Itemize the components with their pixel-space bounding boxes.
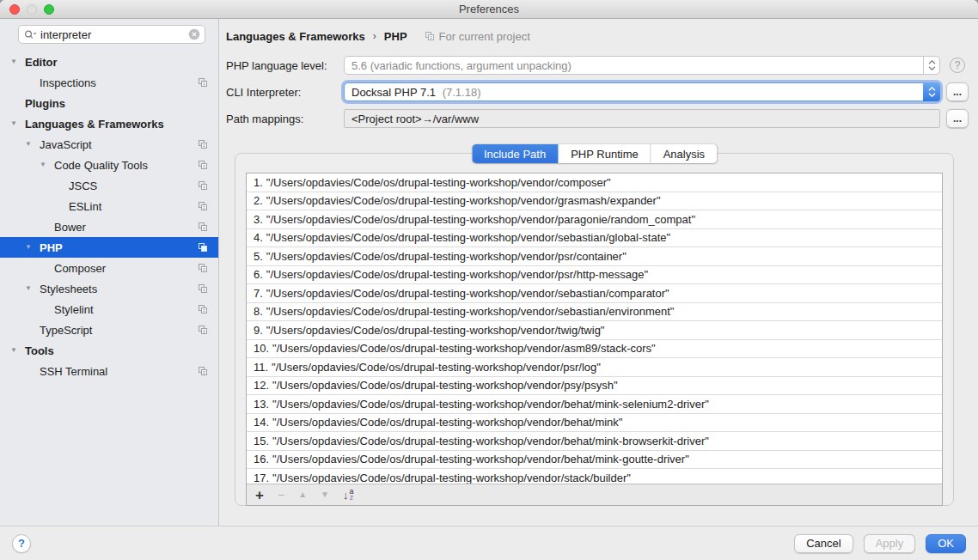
sidebar-item-label: Languages & Frameworks — [25, 118, 164, 131]
dropdown-stepper-icon[interactable] — [923, 57, 939, 74]
expand-arrow-icon[interactable]: ▼ — [25, 141, 40, 148]
language-level-row: PHP language level: 5.6 (variadic functi… — [226, 56, 978, 75]
breadcrumb-section[interactable]: Languages & Frameworks — [226, 30, 365, 43]
apply-button[interactable]: Apply — [864, 534, 916, 553]
row-path: "/Users/opdavies/Code/os/drupal-testing-… — [266, 287, 669, 300]
sidebar-item-javascript[interactable]: ▼JavaScript — [0, 134, 218, 155]
include-path-row[interactable]: 10."/Users/opdavies/Code/os/drupal-testi… — [247, 340, 942, 359]
sidebar-item-bower[interactable]: Bower — [0, 216, 218, 237]
sidebar-item-ssh-terminal[interactable]: SSH Terminal — [0, 361, 218, 381]
tab-php-runtime[interactable]: PHP Runtime — [559, 144, 651, 163]
expand-arrow-icon[interactable]: ▼ — [25, 244, 40, 251]
settings-search-box[interactable] — [18, 25, 205, 44]
row-number: 17. — [254, 472, 269, 484]
expand-arrow-icon[interactable]: ▼ — [10, 347, 25, 354]
settings-main: Languages & Frameworks › PHP For current… — [219, 19, 978, 526]
path-mappings-browse-button[interactable]: ... — [946, 109, 969, 128]
sidebar-item-label: SSH Terminal — [40, 365, 107, 378]
include-path-row[interactable]: 1."/Users/opdavies/Code/os/drupal-testin… — [247, 173, 942, 192]
sidebar-item-php[interactable]: ▼PHP — [0, 237, 218, 258]
row-path: "/Users/opdavies/Code/os/drupal-testing-… — [266, 176, 611, 189]
minimize-window-button[interactable] — [27, 4, 37, 15]
sidebar-item-tools[interactable]: ▼Tools — [0, 340, 218, 361]
search-input[interactable] — [40, 28, 185, 41]
include-path-row[interactable]: 14."/Users/opdavies/Code/os/drupal-testi… — [247, 414, 942, 433]
expand-arrow-icon[interactable]: ▼ — [10, 58, 25, 65]
sidebar-item-label: JavaScript — [40, 138, 92, 151]
include-path-row[interactable]: 17."/Users/opdavies/Code/os/drupal-testi… — [247, 469, 942, 484]
sidebar-item-eslint[interactable]: ESLint — [0, 196, 218, 216]
include-path-row[interactable]: 2."/Users/opdavies/Code/os/drupal-testin… — [247, 192, 942, 211]
preferences-window: Preferences ▼EditorInspectionsPlugins▼La… — [0, 0, 978, 560]
sidebar-item-label: Tools — [25, 344, 54, 357]
sidebar-item-languages-frameworks[interactable]: ▼Languages & Frameworks — [0, 113, 218, 134]
sidebar-item-editor[interactable]: ▼Editor — [0, 52, 218, 72]
row-number: 11. — [254, 361, 268, 374]
remove-path-button[interactable]: − — [278, 489, 284, 501]
include-path-row[interactable]: 12."/Users/opdavies/Code/os/drupal-testi… — [247, 377, 942, 396]
include-path-row[interactable]: 13."/Users/opdavies/Code/os/drupal-testi… — [247, 395, 942, 414]
sidebar-item-code-quality-tools[interactable]: ▼Code Quality Tools — [0, 155, 218, 175]
sidebar-item-label: Editor — [25, 56, 58, 69]
dropdown-stepper-icon[interactable] — [923, 82, 940, 101]
language-level-help-button[interactable]: ? — [950, 58, 965, 73]
include-path-row[interactable]: 11."/Users/opdavies/Code/os/drupal-testi… — [247, 358, 942, 377]
zoom-window-button[interactable] — [44, 4, 54, 15]
row-number: 13. — [254, 398, 269, 411]
row-number: 7. — [254, 287, 263, 300]
sidebar-item-inspections[interactable]: Inspections — [0, 72, 218, 93]
interpreter-browse-button[interactable]: ... — [946, 82, 969, 101]
clear-search-icon[interactable] — [188, 28, 200, 40]
include-path-row[interactable]: 9."/Users/opdavies/Code/os/drupal-testin… — [247, 321, 942, 340]
sidebar-item-label: JSCS — [69, 180, 97, 192]
include-path-list: 1."/Users/opdavies/Code/os/drupal-testin… — [247, 173, 942, 484]
sort-alphabetically-icon[interactable]: ↓ a z — [343, 489, 354, 501]
shared-settings-icon — [198, 160, 208, 170]
include-path-row[interactable]: 15."/Users/opdavies/Code/os/drupal-testi… — [247, 432, 942, 451]
language-level-select[interactable]: 5.6 (variadic functions, argument unpack… — [344, 56, 940, 75]
row-number: 8. — [254, 305, 263, 318]
expand-arrow-icon[interactable]: ▼ — [40, 161, 54, 168]
row-number: 2. — [254, 194, 263, 207]
sidebar-item-composer[interactable]: Composer — [0, 258, 218, 278]
shared-settings-icon — [198, 242, 208, 253]
move-up-button[interactable]: ▲ — [298, 490, 307, 499]
sidebar-item-stylelint[interactable]: Stylelint — [0, 299, 218, 320]
shared-settings-icon — [198, 201, 208, 211]
list-toolbar: + − ▲ ▼ ↓ a z — [247, 484, 942, 505]
cancel-button[interactable]: Cancel — [794, 534, 853, 553]
sidebar-item-label: Inspections — [40, 76, 96, 89]
sidebar-item-label: Bower — [54, 221, 86, 234]
expand-arrow-icon[interactable]: ▼ — [25, 285, 40, 292]
row-path: "/Users/opdavies/Code/os/drupal-testing-… — [272, 361, 601, 374]
include-path-row[interactable]: 4."/Users/opdavies/Code/os/drupal-testin… — [247, 229, 942, 248]
sidebar-item-stylesheets[interactable]: ▼Stylesheets — [0, 278, 218, 299]
close-window-button[interactable] — [9, 4, 20, 15]
include-path-row[interactable]: 6."/Users/opdavies/Code/os/drupal-testin… — [247, 266, 942, 285]
search-icon — [24, 29, 37, 40]
move-down-button[interactable]: ▼ — [321, 490, 329, 499]
sidebar-item-label: Stylelint — [54, 303, 94, 316]
include-path-row[interactable]: 8."/Users/opdavies/Code/os/drupal-testin… — [247, 303, 942, 322]
include-path-row[interactable]: 16."/Users/opdavies/Code/os/drupal-testi… — [247, 451, 942, 470]
expand-arrow-icon[interactable]: ▼ — [10, 120, 25, 127]
sidebar-item-plugins[interactable]: Plugins — [0, 93, 218, 113]
cli-interpreter-select[interactable]: Docksal PHP 7.1 (7.1.18) — [344, 82, 940, 101]
sidebar-item-jscs[interactable]: JSCS — [0, 175, 218, 196]
row-number: 1. — [254, 176, 263, 189]
tab-include-path[interactable]: Include Path — [472, 144, 559, 163]
row-number: 15. — [254, 435, 269, 447]
row-path: "/Users/opdavies/Code/os/drupal-testing-… — [266, 250, 627, 263]
include-path-row[interactable]: 7."/Users/opdavies/Code/os/drupal-testin… — [247, 284, 942, 303]
help-button[interactable]: ? — [12, 534, 31, 553]
sidebar-item-label: Code Quality Tools — [54, 159, 148, 172]
tab-analysis[interactable]: Analysis — [651, 144, 717, 163]
sidebar-item-typescript[interactable]: TypeScript — [0, 320, 218, 340]
include-path-row[interactable]: 3."/Users/opdavies/Code/os/drupal-testin… — [247, 210, 942, 229]
include-path-row[interactable]: 5."/Users/opdavies/Code/os/drupal-testin… — [247, 247, 942, 266]
row-path: "/Users/opdavies/Code/os/drupal-testing-… — [266, 231, 670, 244]
row-path: "/Users/opdavies/Code/os/drupal-testing-… — [266, 194, 661, 207]
path-mappings-field[interactable]: <Project root>→/var/www — [344, 109, 940, 128]
ok-button[interactable]: OK — [926, 534, 966, 553]
add-path-button[interactable]: + — [255, 488, 264, 502]
